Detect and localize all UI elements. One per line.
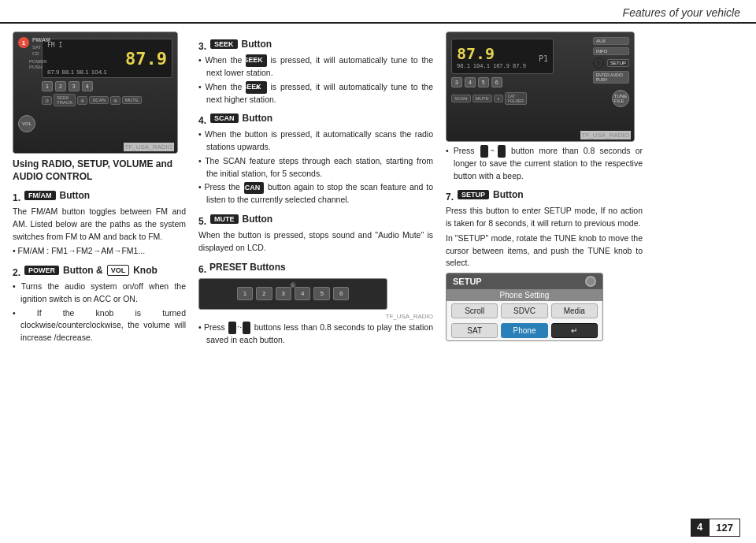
power-badge: POWER <box>24 266 59 275</box>
preset-image: ⑥ 1 2 3 4 5 6 <box>198 278 387 310</box>
item2-label: Knob <box>133 265 158 276</box>
item1-label: Button <box>60 190 91 201</box>
item5-num: 5. <box>198 216 206 227</box>
page-header: Features of your vehicle <box>0 0 756 24</box>
setup-phone-btn[interactable]: Phone <box>501 323 547 338</box>
preset-6-badge: 6 <box>243 322 250 334</box>
item2-header: 2. POWER Button & VOL Knob <box>13 262 186 278</box>
preset-image-label: TF_USA_RADIO <box>198 313 433 320</box>
item1-bullet1: FM/AM : FM1→FM2→AM→FM1... <box>13 245 186 258</box>
item5-label: Button <box>243 214 273 225</box>
item2-bullet1: Turns the audio system on/off when the i… <box>13 281 186 306</box>
radio-display-left: FM I 87.9 87.988.198.1104.1 <box>42 39 172 78</box>
label-1: 1 <box>18 37 29 48</box>
setup-screen: SETUP Phone Setting Scroll SDVC Media SA… <box>446 273 603 341</box>
item7-desc2: In "SETUP" mode, rotate the TUNE knob to… <box>446 232 643 270</box>
setup-title: SETUP <box>453 277 482 286</box>
item5-header: 5. MUTE Button <box>198 211 433 227</box>
vol-knob: VOL <box>18 115 35 132</box>
setup-badge: SETUP <box>458 190 489 199</box>
right-bullet1: Press 1~6 button more than 0.8 seconds o… <box>446 145 643 182</box>
preset-1-badge: 1 <box>228 322 236 334</box>
setup-sdvc-btn[interactable]: SDVC <box>501 303 547 318</box>
radio-p1: P1 <box>539 54 548 63</box>
radio-image-left: 1 FM/AM SAT CD POWERPUSH FM I 87.9 87.98… <box>13 32 178 154</box>
scan-badge2: SCAN <box>244 182 265 195</box>
item2-between: Button & <box>63 265 103 276</box>
vol-badge: VOL <box>107 265 130 276</box>
mid-column: 3. SEEK Button When the ∨SEEK is pressed… <box>194 32 438 530</box>
right-btn6: 6 <box>498 145 506 158</box>
setup-scroll-btn[interactable]: Scroll <box>451 303 498 318</box>
item6-num: 6. <box>198 264 206 275</box>
setup-sat-btn[interactable]: SAT <box>451 323 498 338</box>
item7-num: 7. <box>446 192 454 203</box>
setup-back-btn[interactable]: ↵ <box>551 323 598 338</box>
radio-presets: 87.988.198.1104.1 <box>47 69 167 76</box>
item5-desc: When the button is pressed, stops sound … <box>198 229 433 255</box>
item2-num: 2. <box>13 267 20 278</box>
item3-label: Button <box>242 39 272 50</box>
scan-badge: SCAN <box>210 113 239 123</box>
setup-row2: SAT Phone ↵ <box>447 321 602 340</box>
left-column: 1 FM/AM SAT CD POWERPUSH FM I 87.9 87.98… <box>13 32 186 530</box>
tune-knob-right: TUNEFILE <box>612 90 629 107</box>
item7-header: 7. SETUP Button <box>446 187 643 203</box>
item6-label: PRESET Buttons <box>209 262 286 273</box>
page-title: Features of your vehicle <box>623 6 740 19</box>
item3-bullet1: When the ∨SEEK is pressed, it will autom… <box>198 54 433 80</box>
item1-desc: The FM/AM button toggles between FM and … <box>13 206 186 243</box>
seek-down-badge: ∨SEEK <box>246 54 267 67</box>
setup-media-btn[interactable]: Media <box>551 303 598 318</box>
main-content: 1 FM/AM SAT CD POWERPUSH FM I 87.9 87.98… <box>0 24 756 538</box>
item1-header: 1. FM/AM Button <box>13 188 186 203</box>
item2-bullet2: If the knob is turned clockwise/counterc… <box>13 307 186 344</box>
preset-circled-6: ⑥ <box>290 281 296 289</box>
item3-header: 3. SEEK Button <box>198 36 433 52</box>
setup-subtitle: Phone Setting <box>447 289 602 301</box>
page-section: 4 <box>691 519 709 537</box>
item4-label: Button <box>243 113 273 124</box>
item4-num: 4. <box>198 115 206 126</box>
item4-bullet2: The SCAN feature steps through each stat… <box>198 155 433 180</box>
item6-header: 6. PRESET Buttons <box>198 259 433 275</box>
radio-image-right: AUX INFO 7 SETUP ENTER AUDIOPUSH 87.9 P1 <box>446 32 635 142</box>
item6-bullet1: Press 1~6 buttons less than 0.8 seconds … <box>198 322 433 347</box>
item7-label: Button <box>493 189 524 200</box>
item7-desc1: Press this button to enter SETUP mode, I… <box>446 205 643 230</box>
radio-display-right: 87.9 P1 98.1104.1107.987.9 <box>451 39 554 74</box>
setup-row1: Scroll SDVC Media <box>447 301 602 321</box>
radio-image-label-left: TF_USA_RADIO <box>124 143 174 151</box>
seek-badge: SEEK <box>210 39 238 49</box>
section-title: Using RADIO, SETUP, VOLUME and AUDIO CON… <box>13 158 186 183</box>
radio-image-label-right: TF_USA_RADIO <box>580 131 631 139</box>
radio-freq-right: 87.9 <box>457 44 495 63</box>
item1-num: 1. <box>13 192 20 203</box>
item4-bullet1: When the button is pressed, it automatic… <box>198 128 433 154</box>
fmam-badge: FM/AM <box>24 191 56 200</box>
item3-bullet2: When the SEEK∧ is pressed, it will autom… <box>198 81 433 106</box>
item4-bullet3: Press the SCAN button again to stop the … <box>198 181 433 206</box>
page-number: 4 127 <box>691 519 740 537</box>
page-num-label: 127 <box>709 519 740 537</box>
mute-badge: MUTE <box>210 214 239 224</box>
right-column: AUX INFO 7 SETUP ENTER AUDIOPUSH 87.9 P1 <box>446 32 643 530</box>
right-btn1: 1 <box>480 145 488 158</box>
cd-icon <box>585 276 596 287</box>
item4-header: 4. SCAN Button <box>198 110 433 126</box>
item3-num: 3. <box>198 41 206 52</box>
radio-freq-left: 87.9 <box>47 49 167 69</box>
seek-up-badge: SEEK∧ <box>246 81 267 94</box>
setup-title-bar: SETUP <box>447 273 602 289</box>
